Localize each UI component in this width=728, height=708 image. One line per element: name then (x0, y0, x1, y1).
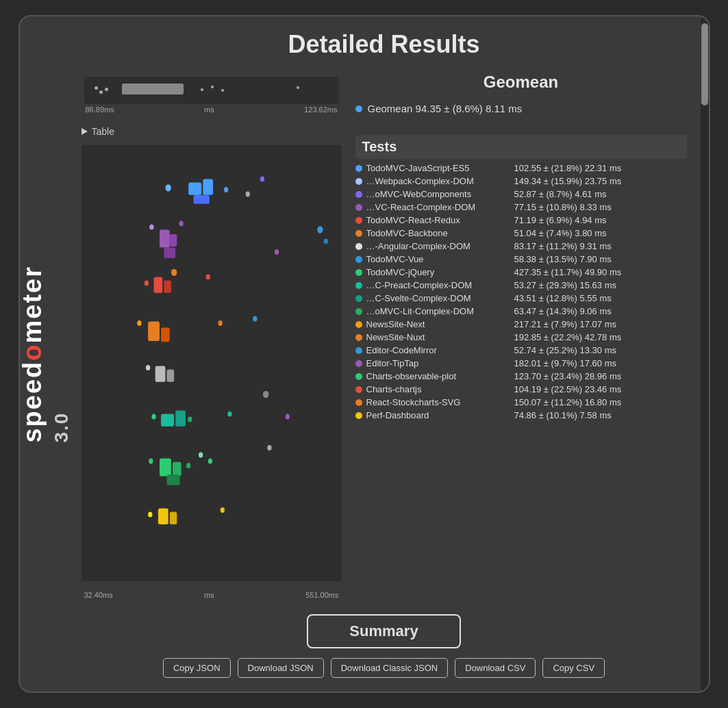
test-value: 58.38 ± (13.5%) 7.90 ms (514, 254, 612, 264)
test-value: 104.19 ± (22.5%) 23.46 ms (514, 384, 622, 394)
svg-rect-2 (193, 195, 209, 204)
svg-point-17 (137, 320, 141, 326)
scrollbar[interactable] (701, 16, 709, 692)
mini-chart-dot (95, 86, 98, 90)
test-value: 182.01 ± (9.7%) 17.60 ms (514, 358, 617, 368)
test-name: Editor-CodeMirror (366, 345, 510, 355)
copy-json-button[interactable]: Copy JSON (163, 658, 231, 678)
scatter-mid-label: ms (204, 591, 214, 599)
svg-point-41 (323, 239, 327, 244)
svg-point-45 (208, 459, 212, 464)
svg-point-28 (149, 459, 153, 464)
scatter-plot-svg (81, 145, 342, 581)
test-value: 53.27 ± (29.3%) 15.63 ms (514, 280, 617, 290)
test-value: 427.35 ± (11.7%) 49.90 ms (514, 267, 622, 277)
test-name: NewsSite-Next (366, 319, 510, 329)
geomean-value: Geomean 94.35 ± (8.6%) 8.11 ms (368, 103, 523, 114)
mini-chart-dot (105, 88, 108, 91)
test-value: 43.51 ± (12.8%) 5.55 ms (514, 293, 612, 303)
test-name: TodoMVC-jQuery (366, 267, 510, 277)
test-row: TodoMVC-Vue 58.38 ± (13.5%) 7.90 ms (355, 253, 687, 266)
copy-csv-button[interactable]: Copy CSV (542, 658, 605, 678)
svg-point-42 (205, 275, 210, 280)
test-name: Charts-chartjs (366, 384, 510, 394)
action-buttons: Copy JSON Download JSON Download Classic… (163, 658, 605, 678)
svg-point-34 (260, 177, 264, 182)
mini-chart-dot (211, 86, 214, 88)
geomean-title: Geomean (355, 73, 687, 92)
svg-point-46 (220, 507, 224, 513)
table-toggle-label: Table (92, 126, 114, 137)
svg-point-29 (186, 463, 190, 468)
svg-rect-31 (158, 508, 168, 524)
test-dot (355, 334, 362, 341)
scatter-right-label: 551.00ms (305, 591, 338, 599)
page-title: Detailed Results (81, 30, 687, 59)
download-classic-json-button[interactable]: Download Classic JSON (331, 658, 449, 678)
test-row: …C-Preact-Complex-DOM 53.27 ± (29.3%) 15… (355, 279, 687, 292)
test-row: React-Stockcharts-SVG 150.07 ± (11.2%) 1… (355, 396, 687, 409)
logo-version: 3.0 (51, 412, 72, 442)
mini-chart-bar (122, 84, 184, 94)
svg-point-30 (199, 453, 203, 458)
test-row: Perf-Dashboard 74.86 ± (10.1%) 7.58 ms (355, 409, 687, 422)
svg-point-44 (227, 412, 231, 417)
mini-chart (84, 77, 339, 104)
test-name: TodoMVC-Vue (366, 254, 510, 264)
svg-point-13 (144, 281, 148, 286)
test-dot (355, 412, 362, 419)
test-dot (355, 295, 362, 302)
svg-point-37 (262, 391, 268, 398)
test-name: …VC-React-Complex-DOM (366, 202, 510, 212)
mini-chart-container: 86.89ms ms 123.62ms (81, 73, 342, 118)
test-value: 123.70 ± (23.4%) 28.96 ms (514, 371, 622, 381)
svg-rect-16 (161, 328, 170, 342)
svg-point-33 (148, 512, 152, 518)
mini-chart-dot (201, 88, 203, 91)
svg-rect-15 (148, 321, 160, 341)
svg-point-5 (245, 192, 249, 197)
logo-o: o (18, 343, 47, 360)
svg-rect-0 (188, 183, 201, 195)
test-value: 74.86 ± (10.1%) 7.58 ms (514, 410, 612, 420)
test-name: Charts-observable-plot (366, 371, 510, 381)
svg-point-14 (171, 269, 176, 276)
scatter-left-label: 32.40ms (84, 591, 113, 599)
test-dot (355, 204, 362, 211)
mini-chart-dot (99, 90, 103, 94)
test-dot (355, 165, 362, 172)
summary-button[interactable]: Summary (307, 614, 460, 648)
svg-point-39 (267, 445, 271, 451)
svg-point-36 (253, 316, 257, 322)
main-container: speedometer 3.0 Detailed Results (18, 15, 710, 693)
test-value: 51.04 ± (7.4%) 3.80 ms (514, 228, 607, 238)
svg-point-35 (274, 249, 278, 255)
scatter-chart-labels: 32.40ms ms 551.00ms (81, 590, 342, 600)
test-name: TodoMVC-JavaScript-ES5 (366, 163, 510, 173)
svg-rect-11 (153, 277, 162, 292)
svg-point-38 (285, 414, 289, 420)
test-value: 71.19 ± (6.9%) 4.94 ms (514, 215, 607, 225)
geomean-item: Geomean 94.35 ± (8.6%) 8.11 ms (355, 103, 687, 114)
svg-rect-21 (161, 414, 174, 427)
table-toggle[interactable]: Table (81, 126, 342, 137)
test-dot (355, 217, 362, 224)
test-value: 77.15 ± (10.8%) 8.33 ms (514, 202, 612, 212)
download-json-button[interactable]: Download JSON (238, 658, 324, 678)
test-dot (355, 269, 362, 276)
test-name: …C-Svelte-Complex-DOM (366, 293, 510, 303)
download-csv-button[interactable]: Download CSV (455, 658, 536, 678)
geomean-dot (355, 105, 362, 112)
scrollbar-thumb[interactable] (701, 23, 708, 105)
mini-chart-labels: 86.89ms ms 123.62ms (84, 105, 339, 114)
tests-section: Tests TodoMVC-JavaScript-ES5 102.55 ± (2… (355, 135, 687, 422)
test-value: 217.21 ± (7.9%) 17.07 ms (514, 319, 617, 329)
test-name: Editor-TipTap (366, 358, 510, 368)
test-row: NewsSite-Nuxt 192.85 ± (22.2%) 42.78 ms (355, 331, 687, 344)
test-name: TodoMVC-Backbone (366, 228, 510, 238)
mini-chart-right-label: 123.62ms (304, 105, 337, 114)
svg-point-10 (179, 221, 183, 227)
test-row: TodoMVC-jQuery 427.35 ± (11.7%) 49.90 ms (355, 266, 687, 279)
test-row: TodoMVC-JavaScript-ES5 102.55 ± (21.8%) … (355, 162, 687, 175)
test-value: 52.74 ± (25.2%) 13.30 ms (514, 345, 617, 355)
